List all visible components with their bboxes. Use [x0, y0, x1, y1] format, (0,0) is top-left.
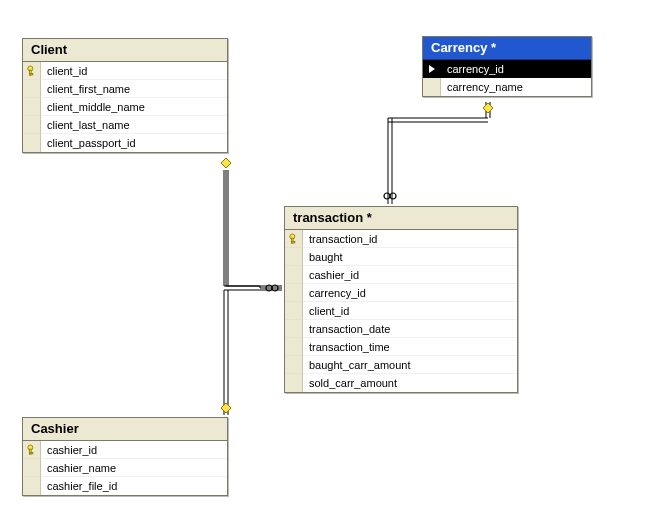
- column-row[interactable]: client_middle_name: [23, 98, 227, 116]
- column-name: carrency_id: [303, 284, 517, 302]
- column-name: transaction_id: [303, 230, 517, 248]
- blank-icon: [285, 356, 303, 374]
- column-row[interactable]: client_id: [23, 62, 227, 80]
- column-name: carrency_id: [441, 60, 591, 78]
- column-name: client_middle_name: [41, 98, 227, 116]
- blank-icon: [23, 98, 41, 116]
- key-icon: [285, 230, 303, 248]
- column-row[interactable]: client_last_name: [23, 116, 227, 134]
- column-row[interactable]: cashier_id: [23, 441, 227, 459]
- column-row[interactable]: carrency_name: [423, 78, 591, 96]
- column-row[interactable]: cashier_id: [285, 266, 517, 284]
- column-row[interactable]: transaction_time: [285, 338, 517, 356]
- column-name: client_passport_id: [41, 134, 227, 152]
- column-name: carrency_name: [441, 78, 591, 96]
- row-pointer-icon: [423, 60, 441, 78]
- blank-icon: [23, 116, 41, 134]
- column-name: client_id: [41, 62, 227, 80]
- column-name: transaction_time: [303, 338, 517, 356]
- column-name: client_last_name: [41, 116, 227, 134]
- blank-icon: [23, 477, 41, 495]
- table-client[interactable]: Client client_id client_first_name clien…: [22, 38, 228, 153]
- key-icon: [23, 62, 41, 80]
- svg-rect-17: [29, 73, 32, 74]
- table-columns: client_id client_first_name client_middl…: [23, 62, 227, 152]
- table-columns: carrency_id carrency_name: [423, 60, 591, 96]
- column-row[interactable]: client_passport_id: [23, 134, 227, 152]
- table-title[interactable]: Cashier: [23, 418, 227, 441]
- blank-icon: [23, 459, 41, 477]
- table-columns: cashier_id cashier_name cashier_file_id: [23, 441, 227, 495]
- column-row[interactable]: cashier_name: [23, 459, 227, 477]
- table-transaction[interactable]: transaction * transaction_id baught cash…: [284, 206, 518, 393]
- column-row[interactable]: transaction_date: [285, 320, 517, 338]
- rel-currency-transaction: [384, 102, 493, 204]
- column-row[interactable]: cashier_file_id: [23, 477, 227, 495]
- column-name: cashier_file_id: [41, 477, 227, 495]
- column-row[interactable]: baught: [285, 248, 517, 266]
- key-icon: [23, 441, 41, 459]
- column-row[interactable]: carrency_id: [423, 60, 591, 78]
- blank-icon: [285, 302, 303, 320]
- svg-rect-24: [29, 452, 32, 453]
- svg-rect-21: [291, 241, 294, 242]
- blank-icon: [285, 248, 303, 266]
- column-name: client_first_name: [41, 80, 227, 98]
- table-currency[interactable]: Carrency * carrency_id carrency_name: [422, 36, 592, 97]
- blank-icon: [285, 374, 303, 392]
- column-row[interactable]: baught_carr_amount: [285, 356, 517, 374]
- column-row[interactable]: transaction_id: [285, 230, 517, 248]
- svg-marker-18: [429, 65, 435, 73]
- rel-cashier-transaction: [221, 290, 231, 415]
- column-name: cashier_id: [41, 441, 227, 459]
- table-columns: transaction_id baught cashier_id carrenc…: [285, 230, 517, 392]
- blank-icon: [23, 80, 41, 98]
- column-name: baught: [303, 248, 517, 266]
- column-name: sold_carr_amount: [303, 374, 517, 392]
- column-name: client_id: [303, 302, 517, 320]
- blank-icon: [285, 320, 303, 338]
- column-name: cashier_id: [303, 266, 517, 284]
- table-title[interactable]: Client: [23, 39, 227, 62]
- column-name: cashier_name: [41, 459, 227, 477]
- table-title[interactable]: Carrency *: [423, 37, 591, 60]
- blank-icon: [423, 78, 441, 96]
- column-row[interactable]: carrency_id: [285, 284, 517, 302]
- table-title[interactable]: transaction *: [285, 207, 517, 230]
- blank-icon: [285, 338, 303, 356]
- blank-icon: [285, 284, 303, 302]
- blank-icon: [23, 134, 41, 152]
- er-diagram-canvas[interactable]: Client client_id client_first_name clien…: [0, 0, 659, 525]
- blank-icon: [285, 266, 303, 284]
- column-name: baught_carr_amount: [303, 356, 517, 374]
- column-row[interactable]: sold_carr_amount: [285, 374, 517, 392]
- column-row[interactable]: client_first_name: [23, 80, 227, 98]
- column-name: transaction_date: [303, 320, 517, 338]
- column-row[interactable]: client_id: [285, 302, 517, 320]
- table-cashier[interactable]: Cashier cashier_id cashier_name cashier_…: [22, 417, 228, 496]
